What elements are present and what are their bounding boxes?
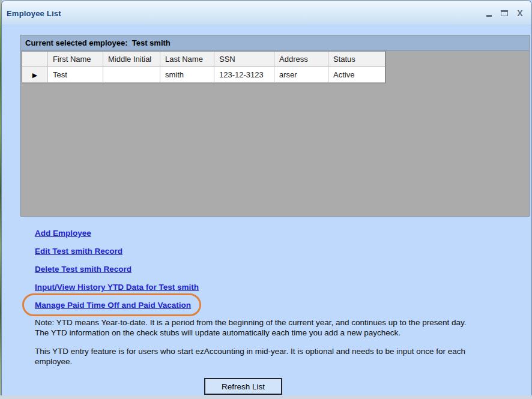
manage-pto-link[interactable]: Manage Paid Time Off and Paid Vacation: [35, 301, 191, 310]
add-employee-link[interactable]: Add Employee: [35, 229, 91, 238]
column-header-status[interactable]: Status: [328, 52, 385, 67]
column-header-last-name[interactable]: Last Name: [160, 52, 214, 67]
window-controls: X: [485, 8, 524, 19]
cell-status[interactable]: Active: [328, 67, 385, 83]
delete-record-link[interactable]: Delete Test smith Record: [35, 265, 131, 274]
note-line: Note: YTD means Year-to-date. It is a pe…: [35, 318, 521, 328]
ytd-note-paragraph: Note: YTD means Year-to-date. It is a pe…: [35, 318, 521, 338]
cell-ssn[interactable]: 123-12-3123: [214, 67, 274, 83]
employee-list-window: Employee List X Current selected employe…: [1, 0, 532, 395]
employee-grid-panel: Current selected employee: Test smith Fi…: [20, 35, 530, 217]
minimize-icon: [486, 15, 492, 17]
window-title: Employee List: [7, 9, 61, 18]
column-header-first-name[interactable]: First Name: [48, 52, 103, 67]
column-header-ssn[interactable]: SSN: [214, 52, 274, 67]
column-header-middle-initial[interactable]: Middle Initial: [103, 52, 160, 67]
minimize-button[interactable]: [485, 8, 493, 18]
note-line: employee.: [35, 357, 521, 367]
column-header-address[interactable]: Address: [274, 52, 328, 67]
close-button[interactable]: X: [516, 8, 524, 18]
table-row[interactable]: ▶ Test smith 123-12-3123 arser Active: [22, 67, 385, 83]
input-view-ytd-link[interactable]: Input/View History YTD Data for Test smi…: [35, 283, 199, 292]
selected-employee-header: Current selected employee: Test smith: [21, 35, 529, 51]
maximize-button[interactable]: [500, 8, 509, 18]
note-line: The YTD information on the check stubs w…: [35, 328, 521, 338]
grid-corner-cell[interactable]: [22, 52, 48, 67]
note-line: This YTD entry feature is for users who …: [35, 347, 521, 357]
window-bottom-edge: [0, 395, 532, 399]
refresh-list-button[interactable]: Refresh List: [204, 378, 282, 395]
edit-record-link[interactable]: Edit Test smith Record: [35, 247, 122, 256]
maximize-icon: [501, 10, 508, 16]
cell-first-name[interactable]: Test: [48, 67, 103, 83]
grid-header-row: First Name Middle Initial Last Name SSN …: [22, 52, 385, 67]
close-icon: X: [517, 8, 522, 18]
titlebar[interactable]: Employee List X: [2, 1, 531, 25]
cell-address[interactable]: arser: [274, 67, 328, 83]
ytd-entry-note-paragraph: This YTD entry feature is for users who …: [35, 347, 521, 367]
employee-grid[interactable]: First Name Middle Initial Last Name SSN …: [22, 51, 386, 83]
row-selector-arrow-icon: ▶: [32, 71, 37, 79]
cell-middle-initial[interactable]: [103, 67, 160, 83]
row-selector-cell[interactable]: ▶: [22, 67, 48, 83]
cell-last-name[interactable]: smith: [160, 67, 214, 83]
